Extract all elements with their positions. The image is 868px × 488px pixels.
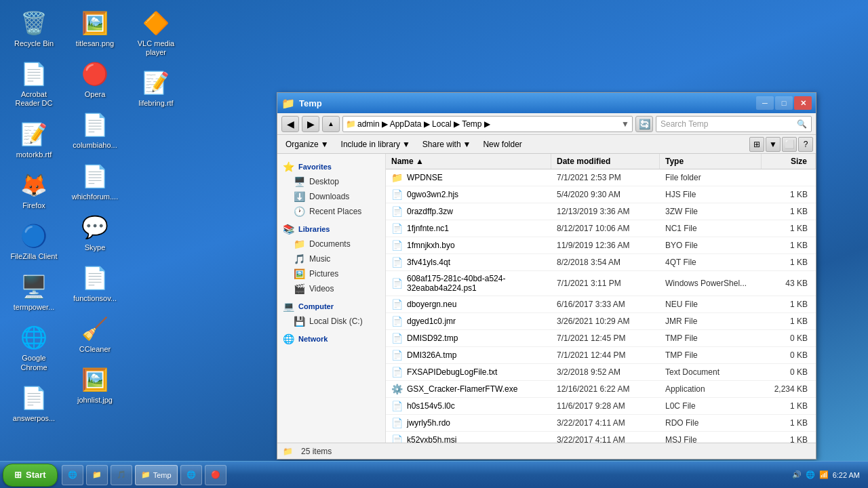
up-button[interactable]: ▲: [322, 116, 340, 132]
search-bar[interactable]: Search Temp 🔍: [656, 116, 812, 132]
minimize-button[interactable]: ─: [756, 96, 774, 110]
search-icon[interactable]: 🔍: [797, 119, 807, 129]
desktop-icon-titlesan[interactable]: 🖼️ titlesan.png: [68, 7, 122, 51]
view-btn-1[interactable]: ⊞: [749, 137, 764, 152]
desktop-icon-filezilla[interactable]: 🔵 FileZilla Client: [7, 220, 61, 264]
table-row[interactable]: 📄 FXSAPIDebugLogFile.txt 3/2/2018 9:52 A…: [386, 364, 816, 381]
table-row[interactable]: 📄 1fmnjkxh.byo 11/9/2019 12:36 AM BYO Fi…: [386, 237, 816, 254]
organize-menu[interactable]: Organize ▼: [280, 137, 334, 152]
desktop-icon-termpower[interactable]: 🖥️ termpower...: [7, 270, 61, 314]
table-row[interactable]: 📄 k52yxb5h.msj 3/22/2017 4:11 AM MSJ Fil…: [386, 432, 816, 443]
column-date-header[interactable]: Date modified: [551, 154, 660, 169]
table-row[interactable]: ⚙️ GSX_Cracker-FlamerFTW.exe 12/16/2021 …: [386, 381, 816, 398]
maximize-button[interactable]: □: [775, 96, 793, 110]
file-name: 3fv41yls.4qt: [407, 258, 450, 267]
file-type: NC1 File: [660, 222, 762, 235]
column-size-header[interactable]: Size: [762, 154, 816, 169]
table-row[interactable]: 📄 0gwo3wn2.hjs 5/4/2020 9:30 AM HJS File…: [386, 186, 816, 203]
sidebar-header-favorites[interactable]: ⭐ Favorites: [277, 159, 385, 174]
include-library-menu[interactable]: Include in library ▼: [336, 137, 416, 152]
library-dropdown-icon: ▼: [402, 140, 410, 149]
pictures-icon: 🖼️: [294, 268, 305, 279]
view-dropdown-btn[interactable]: ▼: [766, 137, 781, 152]
table-row[interactable]: 📄 DMISD92.tmp 7/1/2021 12:45 PM TMP File…: [386, 330, 816, 347]
taskbar-alert-button[interactable]: 🔴: [205, 465, 226, 485]
window-menu: Organize ▼ Include in library ▼ Share wi…: [277, 135, 816, 154]
desktop-icon-opera[interactable]: 🔴 Opera: [68, 58, 122, 102]
address-dropdown-icon[interactable]: ▼: [621, 119, 629, 129]
local-disk-label: Local Disk (C:): [309, 317, 363, 326]
taskbar-media-button[interactable]: 🎵: [111, 465, 132, 485]
sidebar-item-desktop[interactable]: 🖥️ Desktop: [277, 174, 385, 189]
ccleaner-label: CCleaner: [79, 345, 111, 354]
refresh-button[interactable]: 🔄: [635, 116, 653, 132]
file-list-header: Name ▲ Date modified Type Size: [386, 154, 816, 169]
desktop-icon-functionsov[interactable]: 📄 functionsov...: [68, 262, 122, 306]
taskbar: ⊞ Start 🌐 📁 🎵 📁 Temp 🌐 🔴 🔊 🌐 📶 6:22 AM: [0, 461, 868, 488]
file-type: TMP File: [660, 332, 762, 344]
recent-places-label: Recent Places: [309, 207, 361, 216]
skype-label: Skype: [85, 243, 106, 252]
navigation-toolbar: ◀ ▶ ▲ 📁 admin ▶ AppData ▶ Local ▶ Temp ▶…: [277, 113, 816, 135]
table-row[interactable]: 📁 WPDNSE 7/1/2021 2:53 PM File folder: [386, 169, 816, 186]
table-row[interactable]: 📄 1fjnfnte.nc1 8/12/2017 10:06 AM NC1 Fi…: [386, 220, 816, 237]
sidebar-item-downloads[interactable]: ⬇️ Downloads: [277, 189, 385, 204]
desktop-icon-vlc[interactable]: 🔶 VLC media player: [129, 7, 183, 60]
desktop-icon-answerpos[interactable]: 📄 answerpos...: [7, 382, 61, 426]
status-text: 25 items: [301, 447, 332, 456]
help-btn[interactable]: ?: [798, 137, 813, 152]
table-row[interactable]: 📄 dboyergn.neu 6/16/2017 3:33 AM NEU Fil…: [386, 296, 816, 313]
desktop-icon-skype[interactable]: 💬 Skype: [68, 211, 122, 255]
back-button[interactable]: ◀: [281, 116, 299, 132]
file-icon: 📄: [391, 350, 403, 361]
desktop-icon-johnlist[interactable]: 🖼️ johnlist.jpg: [68, 363, 122, 407]
column-name-header[interactable]: Name ▲: [386, 154, 551, 169]
table-row[interactable]: 📄 3fv41yls.4qt 8/2/2018 3:54 AM 4QT File…: [386, 254, 816, 271]
forward-button[interactable]: ▶: [302, 116, 319, 132]
sidebar-item-pictures[interactable]: 🖼️ Pictures: [277, 266, 385, 281]
close-button[interactable]: ✕: [794, 96, 812, 110]
sidebar-header-network[interactable]: 🌐 Network: [277, 331, 385, 346]
recycle-bin-label: Recycle Bin: [14, 39, 54, 48]
taskbar-folder-button[interactable]: 📁: [86, 465, 108, 485]
sidebar-header-computer[interactable]: 💻 Computer: [277, 299, 385, 314]
taskbar-temp-button[interactable]: 📁 Temp: [135, 465, 178, 485]
desktop-icon-recycle-bin[interactable]: 🗑️ Recycle Bin: [7, 7, 61, 51]
new-folder-button[interactable]: New folder: [477, 137, 527, 152]
file-name: DMISD92.tmp: [407, 333, 458, 343]
desktop-icon-lifebring[interactable]: 📝 lifebring.rtf: [129, 66, 183, 110]
table-row[interactable]: 📄 dgyed1c0.jmr 3/26/2021 10:29 AM JMR Fi…: [386, 313, 816, 330]
preview-btn[interactable]: ⬜: [782, 137, 797, 152]
taskbar-chrome-button[interactable]: 🌐: [180, 465, 202, 485]
column-type-header[interactable]: Type: [660, 154, 762, 169]
desktop-icon-ccleaner[interactable]: 🧹 CCleaner: [68, 312, 122, 357]
sidebar-item-local-disk[interactable]: 💾 Local Disk (C:): [277, 314, 385, 329]
folder-icon-status: 📁: [283, 447, 293, 456]
table-row[interactable]: 📄 DMI326A.tmp 7/1/2021 12:44 PM TMP File…: [386, 347, 816, 364]
desktop-icon-firefox[interactable]: 🦊 Firefox: [7, 169, 61, 213]
table-row[interactable]: 📄 0razdffp.3zw 12/13/2019 3:36 AM 3ZW Fi…: [386, 203, 816, 220]
desktop-icon-whichforum[interactable]: 📄 whichforum....: [68, 160, 122, 204]
table-row[interactable]: 📄 608af175-281c-40bd-a524-32eabab4a224.p…: [386, 271, 816, 296]
chrome-label: Google Chrome: [9, 354, 58, 371]
start-button[interactable]: ⊞ Start: [3, 464, 58, 487]
firefox-icon: 🦊: [20, 171, 47, 199]
sidebar-item-documents[interactable]: 📁 Documents: [277, 237, 385, 251]
sidebar-item-music[interactable]: 🎵 Music: [277, 251, 385, 266]
address-bar[interactable]: 📁 admin ▶ AppData ▶ Local ▶ Temp ▶ ▼: [342, 116, 633, 132]
sidebar-header-libraries[interactable]: 📚 Libraries: [277, 222, 385, 237]
file-type: TMP File: [660, 349, 762, 361]
table-row[interactable]: 📄 jwyrly5h.rdo 3/22/2017 4:11 AM RDO Fil…: [386, 415, 816, 432]
taskbar-ie-button[interactable]: 🌐: [62, 465, 83, 485]
file-type: L0C File: [660, 400, 762, 412]
desktop-icon-chrome[interactable]: 🌐 Google Chrome: [7, 321, 61, 374]
sidebar-item-recent-places[interactable]: 🕐 Recent Places: [277, 204, 385, 219]
file-icon: 📄: [391, 401, 403, 411]
share-with-menu[interactable]: Share with ▼: [417, 137, 477, 152]
computer-label: Computer: [298, 302, 334, 310]
table-row[interactable]: 📄 h0s154v5.l0c 11/6/2017 9:28 AM L0C Fil…: [386, 398, 816, 415]
sidebar-item-videos[interactable]: 🎬 Videos: [277, 281, 385, 296]
desktop-icon-acrobat[interactable]: 📄 Acrobat Reader DC: [7, 58, 61, 110]
desktop-icon-motorkb[interactable]: 📝 motorkb.rtf: [7, 118, 61, 162]
desktop-icon-columbiaho[interactable]: 📄 columbiaho...: [68, 108, 122, 152]
